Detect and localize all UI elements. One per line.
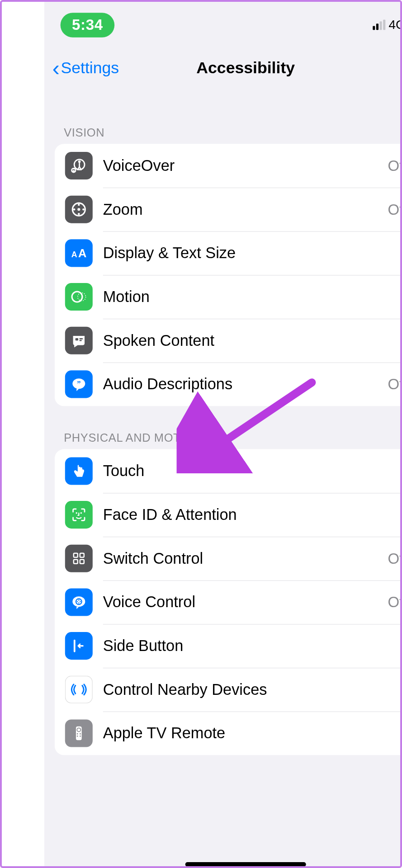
row-face-id-attention[interactable]: Face ID & Attention › bbox=[55, 493, 402, 537]
switch-control-icon bbox=[65, 545, 93, 572]
row-status: Off bbox=[388, 200, 402, 218]
row-apple-tv-remote[interactable]: Apple TV Remote › bbox=[55, 712, 402, 755]
svg-point-8 bbox=[77, 208, 80, 211]
row-voice-control[interactable]: Voice Control Off › bbox=[55, 580, 402, 624]
cellular-signal-icon bbox=[373, 19, 385, 30]
row-status: Off bbox=[388, 157, 402, 175]
svg-rect-23 bbox=[80, 560, 84, 564]
back-button[interactable]: ‹ Settings bbox=[52, 57, 119, 79]
section-header-physical-motor: PHYSICAL AND MOTOR bbox=[44, 427, 402, 449]
svg-text:”: ” bbox=[77, 379, 80, 388]
svg-text:A: A bbox=[71, 250, 77, 259]
chevron-left-icon: ‹ bbox=[52, 57, 60, 79]
svg-rect-22 bbox=[74, 560, 78, 564]
svg-point-35 bbox=[77, 736, 78, 737]
svg-rect-13 bbox=[76, 338, 78, 340]
row-control-nearby[interactable]: Control Nearby Devices › bbox=[55, 668, 402, 712]
row-voiceover[interactable]: VoiceOver Off › bbox=[55, 144, 402, 188]
svg-point-36 bbox=[80, 736, 81, 737]
zoom-icon bbox=[65, 196, 93, 223]
voice-control-icon bbox=[65, 588, 93, 616]
svg-rect-20 bbox=[74, 553, 78, 557]
row-label: Side Button bbox=[103, 637, 397, 655]
status-time: 5:34 bbox=[72, 16, 103, 33]
row-side-button[interactable]: Side Button › bbox=[55, 624, 402, 668]
row-label: Switch Control bbox=[103, 550, 378, 567]
svg-point-34 bbox=[80, 733, 81, 735]
side-button-icon bbox=[65, 632, 93, 660]
svg-rect-31 bbox=[76, 726, 82, 741]
row-label: Spoken Content bbox=[103, 331, 397, 349]
svg-rect-21 bbox=[80, 553, 84, 557]
row-label: Control Nearby Devices bbox=[103, 681, 397, 698]
svg-point-19 bbox=[80, 512, 82, 514]
svg-point-4 bbox=[78, 204, 80, 206]
row-label: Audio Descriptions bbox=[103, 375, 378, 393]
face-id-icon bbox=[65, 501, 93, 528]
section-header-vision: VISION bbox=[44, 122, 402, 144]
status-bar: 5:34 4G ⚡︎ bbox=[44, 2, 402, 48]
svg-point-27 bbox=[78, 603, 80, 604]
row-label: Apple TV Remote bbox=[103, 724, 397, 742]
svg-point-7 bbox=[82, 208, 85, 211]
svg-rect-30 bbox=[74, 640, 76, 652]
list-vision: VoiceOver Off › Zoom Off › AA Display & … bbox=[55, 144, 402, 406]
row-spoken-content[interactable]: Spoken Content › bbox=[55, 319, 402, 363]
svg-point-18 bbox=[76, 512, 77, 514]
row-audio-descriptions[interactable]: ” Audio Descriptions Off › bbox=[55, 363, 402, 406]
svg-point-5 bbox=[78, 213, 80, 215]
svg-point-33 bbox=[77, 733, 78, 735]
status-time-pill[interactable]: 5:34 bbox=[61, 13, 115, 38]
network-type-label: 4G bbox=[388, 17, 402, 32]
row-zoom[interactable]: Zoom Off › bbox=[55, 188, 402, 231]
row-switch-control[interactable]: Switch Control Off › bbox=[55, 537, 402, 580]
row-label: Display & Text Size bbox=[103, 244, 397, 262]
row-motion[interactable]: Motion › bbox=[55, 275, 402, 319]
audio-descriptions-icon: ” bbox=[65, 370, 93, 398]
svg-point-24 bbox=[72, 596, 85, 607]
status-indicators: 4G ⚡︎ bbox=[373, 17, 402, 32]
svg-point-6 bbox=[73, 208, 76, 211]
navigation-bar: ‹ Settings Accessibility bbox=[44, 48, 402, 88]
row-label: Touch bbox=[103, 462, 397, 480]
svg-point-29 bbox=[80, 601, 81, 602]
row-status: Off bbox=[388, 593, 402, 611]
row-label: Zoom bbox=[103, 200, 378, 218]
row-label: Face ID & Attention bbox=[103, 506, 397, 524]
svg-rect-14 bbox=[80, 338, 83, 340]
svg-point-2 bbox=[71, 168, 76, 173]
row-label: Motion bbox=[103, 288, 397, 306]
svg-point-28 bbox=[77, 601, 78, 602]
svg-rect-15 bbox=[80, 340, 82, 341]
list-physical-motor: Touch › Face ID & Attention › Switch Con… bbox=[55, 449, 402, 755]
touch-icon bbox=[65, 457, 93, 485]
spoken-content-icon bbox=[65, 327, 93, 354]
motion-icon bbox=[65, 283, 93, 311]
row-status: Off bbox=[388, 375, 402, 393]
row-label: VoiceOver bbox=[103, 157, 378, 175]
apple-tv-remote-icon bbox=[65, 719, 93, 747]
row-label: Voice Control bbox=[103, 593, 378, 611]
svg-point-1 bbox=[78, 160, 81, 163]
home-indicator[interactable] bbox=[185, 862, 306, 867]
row-status: Off bbox=[388, 550, 402, 567]
text-size-icon: AA bbox=[65, 239, 93, 267]
row-display-text-size[interactable]: AA Display & Text Size › bbox=[55, 231, 402, 275]
back-label: Settings bbox=[61, 59, 119, 77]
voiceover-icon bbox=[65, 152, 93, 179]
row-touch[interactable]: Touch › bbox=[55, 449, 402, 493]
svg-text:A: A bbox=[78, 247, 86, 259]
svg-point-26 bbox=[78, 599, 80, 601]
control-nearby-icon bbox=[65, 676, 93, 703]
